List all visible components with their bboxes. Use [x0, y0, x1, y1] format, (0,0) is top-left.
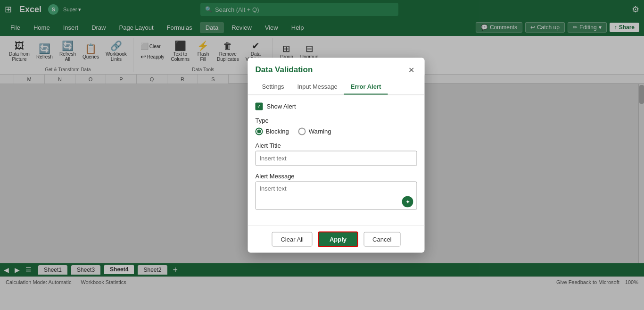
radio-warning-outer[interactable]: [298, 127, 306, 135]
dialog-tabs: Settings Input Message Error Alert: [248, 79, 425, 95]
radio-blocking-inner: [257, 129, 261, 133]
dialog-tab-error-alert[interactable]: Error Alert: [344, 79, 388, 94]
dialog-footer: Clear All Apply Cancel: [248, 225, 425, 252]
show-alert-checkbox[interactable]: [256, 102, 263, 110]
dialog-title: Data Validation: [256, 65, 313, 75]
dialog-title-bar: Data Validation ✕: [248, 58, 425, 75]
sparkle-icon: ✦: [405, 198, 410, 205]
clear-all-button[interactable]: Clear All: [272, 232, 312, 246]
dialog-close-button[interactable]: ✕: [405, 64, 417, 75]
radio-warning[interactable]: Warning: [298, 127, 331, 135]
radio-blocking-outer[interactable]: [256, 127, 263, 135]
show-alert-row: Show Alert: [256, 102, 417, 110]
alert-message-input[interactable]: [256, 181, 417, 209]
ai-icon[interactable]: ✦: [402, 196, 413, 207]
radio-group-type: Blocking Warning: [256, 127, 417, 135]
dialog-tab-input-message[interactable]: Input Message: [290, 79, 344, 94]
show-alert-label: Show Alert: [267, 103, 296, 110]
type-label: Type: [256, 117, 417, 124]
cancel-button[interactable]: Cancel: [363, 232, 400, 246]
dialog-body: Show Alert Type Blocking Warning Alert T…: [248, 95, 425, 225]
radio-blocking[interactable]: Blocking: [256, 127, 289, 135]
radio-blocking-label: Blocking: [266, 128, 289, 135]
alert-title-input[interactable]: [256, 151, 417, 166]
alert-message-label: Alert Message: [256, 172, 417, 179]
data-validation-dialog: Data Validation ✕ Settings Input Message…: [248, 58, 425, 252]
alert-title-label: Alert Title: [256, 142, 417, 149]
alert-message-wrap: ✦: [256, 181, 417, 211]
apply-button[interactable]: Apply: [318, 231, 358, 247]
radio-warning-label: Warning: [309, 128, 331, 135]
dialog-tab-settings[interactable]: Settings: [256, 79, 291, 94]
